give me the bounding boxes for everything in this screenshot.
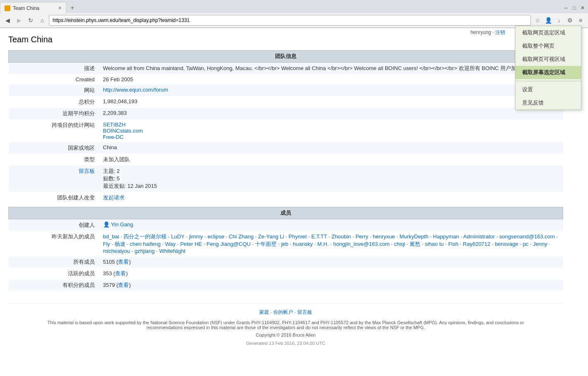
field-label-founder-change: 团队创建人改变 — [9, 192, 100, 204]
credited-members-view-link[interactable]: 查看 — [118, 282, 129, 288]
website-link[interactable]: http://www.equn.com/forum — [103, 87, 169, 93]
boincstats-link[interactable]: BOINCstats.com — [103, 128, 143, 134]
new-tab-button[interactable]: + — [68, 4, 77, 12]
dropdown-item-3[interactable]: 截取屏幕选定区域 — [516, 66, 581, 79]
new-member-bd_bai[interactable]: bd_bai — [103, 233, 119, 240]
new-member-19[interactable]: Way — [165, 241, 176, 247]
new-member-30[interactable]: Fish — [448, 241, 458, 247]
new-member-23[interactable]: jeb — [281, 241, 288, 247]
extensions-button[interactable]: ⚙ — [565, 15, 575, 25]
dropdown-item-2[interactable]: 截取网页可视区域 — [516, 53, 581, 66]
new-member-10[interactable]: Perry — [355, 233, 368, 240]
address-bar[interactable] — [49, 15, 531, 26]
new-member-24[interactable]: huansky — [293, 241, 313, 247]
person-button[interactable]: 👤 — [543, 15, 553, 25]
field-value-credited-members: 3579 (查看) — [100, 279, 563, 291]
table-row: 类型 未加入团队 — [9, 154, 563, 165]
new-member-15[interactable]: songsenand@163.com — [499, 233, 555, 240]
field-value-founder: 👤 Yin Gang — [100, 219, 563, 231]
minimize-button[interactable]: ─ — [562, 4, 570, 12]
founder-change-link[interactable]: 发起请求 — [103, 194, 125, 201]
table-row: 创建人 👤 Yin Gang — [9, 219, 563, 231]
new-member-6[interactable]: Ze-Yang Li — [258, 233, 284, 240]
field-label-describe: 描述 — [9, 63, 100, 75]
field-value-new-members: bd_bai · 四分之一的谢尔顿 · LuDY · jimmy · eclip… — [100, 231, 563, 256]
team-info-header: 团队信息 — [9, 51, 563, 63]
logout-link[interactable]: 注销 — [495, 29, 505, 35]
top-right-user: henryung · 注销 — [470, 29, 505, 36]
footer-notice: This material is based upon work support… — [37, 320, 534, 330]
footer-link-forum[interactable]: 留言板 — [297, 309, 312, 315]
all-members-view-link[interactable]: 查看 — [118, 259, 129, 265]
forum-label-link[interactable]: 留言板 — [79, 168, 95, 174]
new-member-36[interactable]: gzhjiang — [135, 248, 154, 254]
footer-link-home[interactable]: 家庭 — [259, 309, 269, 315]
forward-button[interactable]: ▶ — [14, 15, 24, 25]
new-member-25[interactable]: M.H. — [317, 241, 328, 247]
new-member-8[interactable]: E.T.TT — [311, 233, 327, 240]
new-member-13[interactable]: Happyman — [433, 233, 459, 240]
new-member-5[interactable]: Chi Zhang — [229, 233, 253, 240]
field-value-website: http://www.equn.com/forum — [100, 85, 563, 96]
new-member-18[interactable]: chen haifeng — [130, 241, 161, 247]
footer-link-account[interactable]: 你的帐户 — [273, 309, 293, 315]
table-row: 所有成员 5105 (查看) — [9, 256, 563, 268]
field-label-created: Created — [9, 74, 100, 85]
active-members-view-link[interactable]: 查看 — [115, 270, 126, 277]
back-button[interactable]: ◀ — [2, 15, 12, 25]
dropdown-item-5[interactable]: 意见反馈 — [516, 96, 581, 109]
new-member-28[interactable]: 篱愁 — [410, 241, 420, 247]
new-member-21[interactable]: Feng Jiang@CQU — [207, 241, 251, 247]
menu-button[interactable]: ≡ — [576, 15, 586, 25]
bookmark-star-button[interactable]: ☆ — [533, 15, 542, 25]
download-button[interactable]: ↓ — [554, 15, 564, 25]
new-member-7[interactable]: Phymet — [289, 233, 307, 240]
dropdown-item-1[interactable]: 截取整个网页 — [516, 39, 581, 53]
new-member-12[interactable]: MurkyDepth — [400, 233, 429, 240]
new-member-2[interactable]: LuDY — [171, 233, 184, 240]
table-row: 国家或地区 China — [9, 142, 563, 154]
new-member-11[interactable]: henryxue — [373, 233, 395, 240]
new-member-16[interactable]: Fly — [103, 241, 110, 247]
new-member-32[interactable]: bensvage — [495, 241, 518, 247]
new-member-1[interactable]: 四分之一的谢尔顿 — [123, 233, 166, 240]
new-member-33[interactable]: pc — [523, 241, 528, 247]
new-member-20[interactable]: Peter HE — [180, 241, 202, 247]
new-member-3[interactable]: jimmy — [189, 233, 203, 240]
close-button[interactable]: ✕ — [579, 4, 586, 12]
freedc-link[interactable]: Free-DC — [103, 134, 124, 140]
table-row: Created 26 Feb 2005 — [9, 74, 563, 85]
field-label-website: 网站 — [9, 85, 100, 96]
field-value-founder-change: 发起请求 — [100, 192, 563, 204]
new-member-29[interactable]: sihao tu — [425, 241, 444, 247]
setibzh-link[interactable]: SETIBZH — [103, 121, 126, 128]
new-member-31[interactable]: Ray820712 — [463, 241, 491, 247]
founder-link[interactable]: Yin Gang — [111, 221, 133, 228]
table-row: 有积分的成员 3579 (查看) — [9, 279, 563, 291]
tab-bar: Team China ✕ + ─ □ ✕ — [0, 0, 588, 13]
dropdown-item-4[interactable]: 设置 — [516, 83, 581, 96]
new-member-22[interactable]: 十年面壁 — [255, 241, 277, 247]
window-controls: ─ □ ✕ — [562, 4, 588, 12]
new-member-4[interactable]: eclipse — [207, 233, 224, 240]
reload-button[interactable]: ↻ — [26, 15, 36, 25]
table-row: 昨天新加入的成员 bd_bai · 四分之一的谢尔顿 · LuDY · jimm… — [9, 231, 563, 256]
field-label-new-members: 昨天新加入的成员 — [9, 231, 100, 256]
tab-close-button[interactable]: ✕ — [58, 5, 62, 11]
new-member-34[interactable]: Jenny — [533, 241, 547, 247]
all-members-count: 5105 — [103, 259, 115, 265]
table-row: 跨项目的统计网站 SETIBZH BOINCstats.com Free-DC — [9, 119, 563, 142]
person-icon: 👤 — [103, 221, 110, 228]
new-member-17[interactable]: 杨途 — [115, 241, 125, 247]
new-member-14[interactable]: Administrator — [463, 233, 495, 240]
home-button[interactable]: ⌂ — [37, 15, 47, 25]
new-member-37[interactable]: WhiteNight — [159, 248, 186, 254]
new-member-9[interactable]: Zhoubin — [332, 233, 351, 240]
new-member-35[interactable]: michealyou — [103, 248, 130, 254]
dropdown-item-0[interactable]: 截取网页选定区域 — [516, 26, 581, 39]
field-label-all-members: 所有成员 — [9, 256, 100, 268]
new-member-27[interactable]: chiqi — [394, 241, 405, 247]
new-member-26[interactable]: hongjin_love@163.com — [333, 241, 390, 247]
maximize-button[interactable]: □ — [571, 4, 578, 12]
active-tab[interactable]: Team China ✕ — [0, 2, 66, 14]
